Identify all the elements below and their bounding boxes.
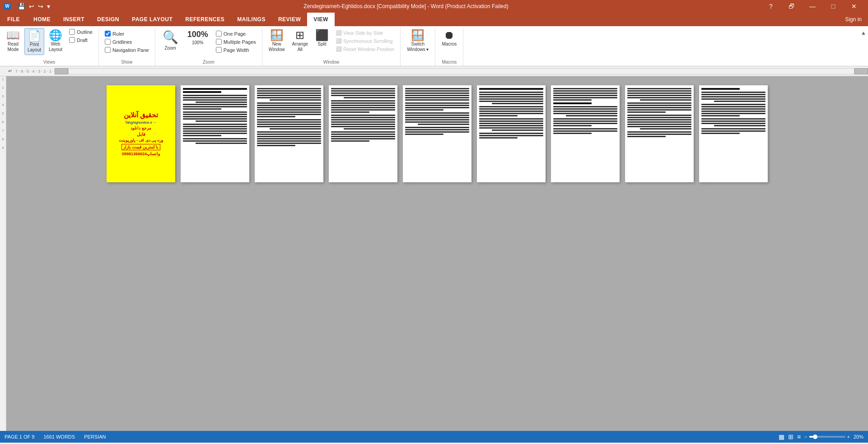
reset-window-position-button[interactable]: ⬜ Reset Window Position: [333, 45, 397, 53]
page-width-checkbox[interactable]: [216, 47, 222, 53]
window-group-label: Window: [266, 58, 397, 66]
ruler-num-8: 8: [2, 137, 4, 141]
zoom-thumb[interactable]: [813, 435, 817, 439]
page-9: [699, 85, 768, 182]
draft-checkbox[interactable]: [69, 37, 75, 43]
outline-button[interactable]: Outline: [67, 28, 95, 36]
document-area[interactable]: تحقیق آنلاین Tahghighonline.ir ← مرجع دا…: [6, 76, 868, 431]
ad-main-title: تحقیق آنلاین: [124, 111, 158, 119]
reading-mode-button[interactable]: ≡: [797, 433, 801, 440]
ruler-num-9: 9: [2, 146, 4, 150]
tab-review[interactable]: REVIEW: [272, 13, 307, 26]
layout-mode-button[interactable]: ▦: [779, 433, 784, 440]
undo-qat-button[interactable]: ↩: [28, 2, 36, 11]
zoom-percentage[interactable]: 20%: [854, 434, 863, 439]
page-8: [625, 85, 694, 182]
minimize-button[interactable]: —: [802, 0, 823, 13]
help-button[interactable]: ?: [761, 0, 781, 13]
tab-mailings[interactable]: MAILINGS: [231, 13, 272, 26]
close-button[interactable]: ✕: [844, 0, 864, 13]
gridlines-button[interactable]: Gridlines: [103, 38, 151, 46]
ad-tag1: مرجع دانلود: [131, 126, 151, 130]
tab-design[interactable]: DESIGN: [91, 13, 126, 26]
redo-qat-button[interactable]: ↪: [37, 2, 45, 11]
pages-container: تحقیق آنلاین Tahghighonline.ir ← مرجع دا…: [98, 85, 777, 182]
gridlines-label: Gridlines: [112, 39, 132, 45]
zoom-group-label: Zoom: [159, 58, 258, 66]
nav-pane-button[interactable]: Navigation Pane: [103, 46, 151, 54]
read-mode-label: ReadMode: [7, 42, 19, 52]
save-qat-button[interactable]: 💾: [16, 2, 27, 11]
new-window-label: NewWindow: [269, 42, 285, 52]
switch-windows-button[interactable]: 🪟 SwitchWindows ▾: [404, 28, 431, 54]
reset-pos-icon: ⬜: [336, 46, 342, 52]
ribbon-group-switch-windows: 🪟 SwitchWindows ▾ .: [401, 28, 435, 66]
new-window-button[interactable]: 🪟 NewWindow: [266, 28, 288, 54]
qat-more-button[interactable]: ▾: [46, 2, 51, 11]
restore-button[interactable]: 🗗: [781, 0, 802, 13]
ruler-num-7: 7: [2, 129, 4, 133]
page-width-button[interactable]: Page Width: [214, 46, 258, 54]
ruler-num-2: 2: [2, 86, 4, 90]
tab-insert[interactable]: INSERT: [57, 13, 91, 26]
print-layout-button[interactable]: 📄 PrintLayout: [24, 28, 44, 55]
view-side-by-side-button[interactable]: ⬜ View Side by Side: [333, 29, 397, 37]
page-3: [255, 85, 323, 182]
multiple-pages-checkbox[interactable]: [216, 39, 222, 45]
sign-in-button[interactable]: Sign in: [839, 13, 868, 26]
zoom-out-button[interactable]: −: [804, 434, 807, 439]
gridlines-checkbox[interactable]: [105, 39, 111, 45]
ribbon-group-show: Ruler Gridlines Navigation Pane Show: [99, 28, 155, 66]
ruler-main: [68, 68, 854, 74]
nav-pane-checkbox[interactable]: [105, 47, 111, 53]
web-layout-label: WebLayout: [49, 42, 62, 52]
ruler-button[interactable]: Ruler: [103, 30, 151, 37]
new-window-icon: 🪟: [270, 30, 284, 41]
tab-view[interactable]: VIEW: [307, 13, 335, 26]
zoom-100-label: 100%: [192, 40, 204, 45]
web-layout-button[interactable]: 🌐 WebLayout: [46, 28, 65, 54]
one-page-checkbox[interactable]: [216, 31, 222, 37]
macros-button[interactable]: ⏺ Macros: [439, 28, 459, 49]
print-layout-label: PrintLayout: [28, 42, 41, 53]
split-button[interactable]: ⬛ Split: [313, 28, 331, 49]
tab-stop-button[interactable]: ↵: [7, 68, 14, 74]
zoom-items: 🔍 Zoom 100% 100% One Page Multiple Pages: [159, 28, 258, 58]
tab-home[interactable]: HOME: [27, 13, 57, 26]
view-side-label: View Side by Side: [343, 30, 383, 36]
ad-content: تحقیق آنلاین Tahghighonline.ir ← مرجع دا…: [108, 87, 173, 180]
ad-tag2: فایل: [137, 132, 145, 137]
arrange-all-button[interactable]: ⊞ ArrangeAll: [289, 28, 311, 54]
multiple-pages-button[interactable]: Multiple Pages: [214, 38, 258, 46]
read-mode-button[interactable]: 📖 ReadMode: [4, 28, 23, 54]
collapse-ribbon-button[interactable]: ▲: [861, 30, 866, 36]
window-items: 🪟 NewWindow ⊞ ArrangeAll ⬛ Split ⬜ View …: [266, 28, 397, 58]
macros-label: Macros: [442, 42, 457, 47]
one-page-button[interactable]: One Page: [214, 30, 258, 37]
zoom-100-icon: 100%: [187, 30, 208, 39]
page-width-label: Page Width: [224, 47, 249, 53]
draft-button[interactable]: Draft: [67, 36, 95, 44]
zoom-100-button[interactable]: 100% 100%: [184, 28, 212, 47]
tab-page-layout[interactable]: PAGE LAYOUT: [126, 13, 179, 26]
zoom-in-button[interactable]: +: [847, 434, 850, 439]
zoom-button[interactable]: 🔍 Zoom: [159, 28, 182, 52]
focus-mode-button[interactable]: ⊞: [788, 433, 793, 440]
tab-file[interactable]: FILE: [0, 13, 27, 26]
sync-scroll-button[interactable]: ⬜ Synchronous Scrolling: [333, 37, 397, 45]
zoom-bar[interactable]: [809, 436, 845, 438]
maximize-button[interactable]: □: [823, 0, 844, 13]
ribbon-group-window: 🪟 NewWindow ⊞ ArrangeAll ⬛ Split ⬜ View …: [262, 28, 401, 66]
title-bar: W 💾 ↩ ↪ ▾ Zendeginameh-Eghlidos.docx [Co…: [0, 0, 868, 13]
quick-access-toolbar: 💾 ↩ ↪ ▾: [16, 2, 51, 11]
page-5-content: [403, 85, 471, 182]
outline-checkbox[interactable]: [69, 29, 75, 35]
page-7: [551, 85, 620, 182]
tab-references[interactable]: REFERENCES: [179, 13, 231, 26]
ruler-num-5: 5: [2, 111, 4, 116]
ruler-num-4: 4: [2, 103, 4, 107]
window-title: Zendeginameh-Eghlidos.docx [Compatibilit…: [51, 3, 761, 9]
main-layout: 1 2 3 4 5 6 7 8 9 تحقیق آنلاین Tahghigho…: [0, 76, 868, 431]
ruler-checkbox[interactable]: [105, 31, 111, 37]
zoom-slider[interactable]: − +: [804, 434, 850, 439]
